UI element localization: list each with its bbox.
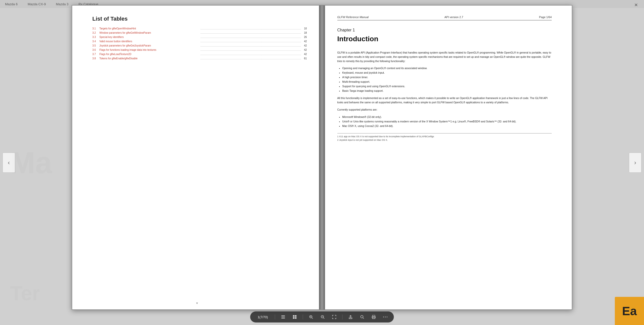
toc-dots-3-8 [200, 59, 301, 59]
ea-badge: Ea [615, 297, 644, 325]
toc-label-3-7[interactable]: Flags for glfwLoadTexture2D [99, 53, 199, 56]
watermark-ma: Ma [10, 145, 52, 180]
bullet-3: A high precision timer. [342, 75, 552, 80]
toc-label-3-5[interactable]: Joystick parameters for glfwGetJoystickP… [99, 44, 199, 47]
next-page-button[interactable]: › [629, 153, 641, 173]
toc-page-3-6: 42 [302, 49, 307, 51]
toolbar-share-button[interactable] [347, 313, 354, 320]
toc-num-3-2: 3.2 [92, 31, 99, 34]
tab-mazda-cx9[interactable]: Mazda CX-9 [28, 2, 46, 6]
toolbar-zoom-in-button[interactable] [308, 313, 315, 320]
toc-entry-3-3: 3.3 Special key identifiers 26 [92, 36, 307, 39]
toolbar-list-button[interactable] [280, 313, 287, 320]
toolbar-divider-3 [342, 314, 343, 319]
toolbar-divider-2 [303, 314, 303, 319]
toc-label-3-6[interactable]: Flags for functions loading image data i… [99, 49, 199, 51]
svg-line-13 [324, 318, 325, 319]
footnote-1: 1 X11 app on Mac OS X is not supported d… [337, 135, 552, 138]
toolbar-grid-button[interactable] [291, 313, 298, 320]
list-of-tables-heading: List of Tables [92, 16, 307, 22]
para-3: Currently supported platforms are: [337, 108, 552, 112]
toolbar-more-button[interactable] [382, 313, 389, 320]
svg-point-21 [383, 317, 384, 317]
svg-rect-6 [295, 317, 297, 319]
page-header-title: GLFW Reference Manual [337, 16, 369, 19]
tab-mazda6[interactable]: Mazda 6 [5, 2, 18, 6]
svg-line-10 [312, 318, 313, 319]
footnote-2: 2 Joystick input is not yet supported on… [337, 138, 552, 142]
toc-num-3-7: 3.7 [92, 53, 99, 56]
toc-entry-3-4: 3.4 Valid mouse button identifiers 42 [92, 40, 307, 43]
svg-point-22 [385, 317, 386, 317]
toc-dots-3-4 [200, 42, 301, 42]
watermark-ter: Ter [10, 282, 40, 305]
toc-num-3-6: 3.6 [92, 49, 99, 51]
toolbar-print-button[interactable] [370, 313, 377, 320]
toc-page-3-1: 10 [302, 27, 307, 30]
toc-page-3-7: 42 [302, 53, 307, 56]
svg-point-23 [387, 317, 387, 317]
toc-num-3-3: 3.3 [92, 36, 99, 38]
toolbar-search-button[interactable] [359, 313, 366, 320]
toc-label-3-1[interactable]: Targets for glfwOpenWindowHint [99, 27, 199, 30]
svg-line-17 [363, 318, 364, 319]
bullet-2: Keyboard, mouse and joystick input. [342, 71, 552, 75]
toc-dots-3-7 [200, 55, 301, 55]
page-header-num: Page 1/64 [539, 16, 552, 19]
toc-num-3-8: 3.8 [92, 57, 99, 60]
toc-dots-3-6 [200, 51, 301, 51]
chapter-title: Introduction [337, 35, 552, 43]
toolbar-divider-1 [275, 314, 275, 319]
toc-label-3-4[interactable]: Valid mouse button identifiers [99, 40, 199, 43]
toc-entry-3-6: 3.6 Flags for functions loading image da… [92, 49, 307, 52]
svg-rect-3 [293, 315, 295, 317]
page-header-api: API version 2.7 [445, 16, 463, 19]
toc-num-3-1: 3.1 [92, 27, 99, 30]
close-button[interactable]: ✕ [633, 2, 639, 8]
page-left: List of Tables 3.1 Targets for glfwOpenW… [72, 6, 322, 309]
platform-3: Mac OS® X, using Cocoa2 (32- and 64-bit)… [342, 124, 552, 128]
page-header: GLFW Reference Manual API version 2.7 Pa… [337, 16, 552, 20]
bottom-toolbar: 1(7/70) [250, 311, 394, 322]
toc-label-3-8[interactable]: Tokens for glfwEnable/glfwDisable [99, 57, 199, 60]
book-spine [319, 6, 325, 309]
bullet-5: Support for querying and using OpenGL® e… [342, 84, 552, 89]
toc-dots-3-5 [200, 46, 301, 47]
book-container: List of Tables 3.1 Targets for glfwOpenW… [72, 5, 572, 310]
toc-entry-3-1: 3.1 Targets for glfwOpenWindowHint 10 [92, 27, 307, 30]
platform-list: Microsoft Windows® (32-bit only). Unix® … [342, 115, 552, 128]
intro-paragraph: GLFW is a portable API (Application Prog… [337, 51, 552, 63]
toc-dots-3-2 [200, 33, 301, 34]
toc-page-3-8: 61 [302, 57, 307, 60]
bullet-6: Basic Targa image loading support. [342, 89, 552, 93]
platform-2: Unix® or Unix-like systems running reaso… [342, 119, 552, 124]
toc-entries: 3.1 Targets for glfwOpenWindowHint 10 3.… [92, 27, 307, 60]
para-2: All this functionality is implemented as… [337, 96, 552, 105]
toc-page-3-5: 42 [302, 44, 307, 47]
toc-label-3-3[interactable]: Special key identifiers [99, 36, 199, 38]
toolbar-zoom-out-button[interactable] [319, 313, 326, 320]
toc-num-3-5: 3.5 [92, 44, 99, 47]
svg-rect-5 [293, 317, 295, 319]
toc-entry-3-5: 3.5 Joystick parameters for glfwGetJoyst… [92, 44, 307, 47]
toc-num-3-4: 3.4 [92, 40, 99, 43]
prev-page-button[interactable]: ‹ [3, 153, 15, 173]
page-right: GLFW Reference Manual API version 2.7 Pa… [322, 6, 572, 309]
left-page-number: v [196, 301, 198, 304]
svg-rect-2 [281, 318, 285, 318]
toolbar-fullscreen-button[interactable] [331, 313, 338, 320]
toc-entry-3-7: 3.7 Flags for glfwLoadTexture2D 42 [92, 53, 307, 56]
platform-1: Microsoft Windows® (32-bit only). [342, 115, 552, 119]
toc-entry-3-2: 3.2 Window parameters for glfwGetWindowP… [92, 31, 307, 34]
svg-rect-18 [373, 315, 375, 316]
toc-label-3-2[interactable]: Window parameters for glfwGetWindowParam [99, 31, 199, 34]
svg-rect-15 [349, 318, 352, 319]
tab-mazda3[interactable]: Mazda 3 [56, 2, 68, 6]
feature-list: Opening and managing an OpenGL® context … [342, 66, 552, 93]
footnote-separator: 1 X11 app on Mac OS X is not supported d… [337, 133, 552, 142]
toc-entry-3-8: 3.8 Tokens for glfwEnable/glfwDisable 61 [92, 57, 307, 60]
chapter-label: Chapter 1 [337, 28, 552, 32]
toc-dots-3-1 [200, 29, 301, 29]
toolbar-page-display: 1(7/70) [255, 315, 270, 319]
bullet-4: Multi-threading support. [342, 80, 552, 84]
